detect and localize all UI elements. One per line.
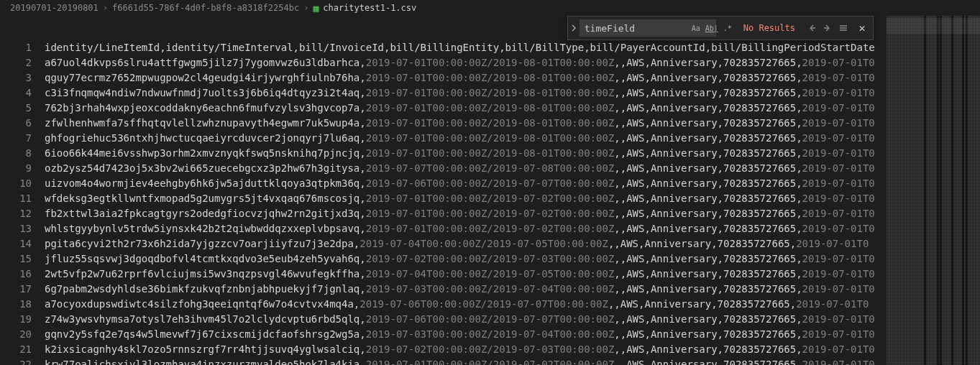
csv-data-row: 6ioo66k44mei6vsshwp3orhm2xmvznyqkfswq5ns…	[45, 146, 980, 161]
close-icon: ✕	[858, 22, 865, 34]
line-number: 18	[0, 297, 45, 312]
editor-area[interactable]: 12345678910111213141516171819202122 iden…	[0, 16, 980, 365]
minimap[interactable]	[887, 16, 980, 365]
find-replace-toggle[interactable]	[568, 17, 580, 40]
csv-data-row: k2ixsicagnhy4skl7ozo5rnnszrgf7rr4htjjsuv…	[45, 342, 980, 357]
line-number: 7	[0, 131, 45, 146]
find-options: Aa Ab| .*	[689, 21, 738, 35]
csv-data-row: krw77oalichsxivl3lozmhava4inzxzurzmvalde…	[45, 357, 980, 365]
line-number: 4	[0, 86, 45, 101]
line-number: 2	[0, 55, 45, 70]
breadcrumb-seg-folder2[interactable]: f6661d55-786f-4d0f-b8f8-a8318f2254bc	[112, 3, 299, 13]
chevron-right-icon: ›	[303, 3, 308, 13]
line-number: 1	[0, 40, 45, 55]
minimap-col-marker	[951, 16, 953, 365]
minimap-viewport[interactable]	[887, 18, 980, 34]
breadcrumb[interactable]: 20190701-20190801 › f6661d55-786f-4d0f-b…	[0, 0, 980, 16]
find-nav	[801, 20, 854, 36]
csv-data-row: jfluz55sqsvwj3dgoqdbofvl4tcmtkxqdvo3e5eu…	[45, 251, 980, 267]
line-number: 3	[0, 70, 45, 86]
line-number: 14	[0, 236, 45, 251]
csv-data-row: 2wt5vfp2w7u62rprf6vlciujmsi5wv3nqzpsvgl4…	[45, 267, 980, 282]
breadcrumb-seg-file[interactable]: charitytest1-1.csv	[323, 3, 416, 13]
csv-header-row: identity/LineItemId,identity/TimeInterva…	[45, 40, 980, 55]
minimap-col-marker	[966, 16, 968, 365]
find-next-button[interactable]	[820, 20, 835, 36]
csv-data-row: ozb2ysz54d7423oj5x3bv2wi665zuecebgcxz3p2…	[45, 161, 980, 176]
line-number: 8	[0, 146, 45, 161]
minimap-col-marker	[962, 16, 964, 365]
minimap-col-marker	[940, 16, 942, 365]
breadcrumb-seg-folder1[interactable]: 20190701-20190801	[10, 3, 99, 13]
regex-toggle[interactable]: .*	[720, 21, 735, 35]
csv-data-row: qguy77ecrmz7652mpwugpow2cl4geudgi4irjywr…	[45, 70, 980, 86]
line-number-gutter: 12345678910111213141516171819202122	[0, 16, 45, 365]
csv-file-icon: ▦	[313, 3, 319, 14]
find-prev-button[interactable]	[804, 20, 820, 36]
code-content[interactable]: identity/LineItemId,identity/TimeInterva…	[45, 16, 980, 365]
csv-data-row: zfwlhenhwmfa7sffhqtqvlellzwhznupavyth4eg…	[45, 116, 980, 131]
csv-data-row: uizvom4o4wormjiev4eehgby6hk6jw5ajduttklq…	[45, 176, 980, 191]
match-whole-word-toggle[interactable]: Ab|	[705, 21, 719, 35]
line-number: 13	[0, 221, 45, 236]
csv-data-row: whlstgyybynlv5trdw5iynsxk42b2t2qiwbwddqz…	[45, 221, 980, 236]
csv-data-row: fb2xttwl3aia2fpkcagtgyrs2odedgfiocvzjqhw…	[45, 206, 980, 221]
chevron-right-icon	[570, 24, 577, 32]
csv-data-row: wfdeksg3egtkllwntfxmopad5g2umygrs5jt4vxq…	[45, 191, 980, 206]
match-case-toggle[interactable]: Aa	[689, 21, 703, 35]
find-results-count: No Results	[738, 23, 801, 33]
line-number: 15	[0, 251, 45, 267]
csv-data-row: c3i3fnqmqw4ndiw7ndwuwfnmdj7uolts3j6b6iq4…	[45, 86, 980, 101]
line-number: 19	[0, 312, 45, 327]
line-number: 11	[0, 191, 45, 206]
csv-data-row: ghfogriehuc536ntxhjhwctucqaeiyrcduvcer2j…	[45, 131, 980, 146]
line-number: 6	[0, 116, 45, 131]
line-number: 22	[0, 357, 45, 365]
csv-data-row: a7ocyoxdupswdiwtc4silzfohg3qeeiqntqf6w7o…	[45, 297, 980, 312]
csv-data-row: 762bj3rhah4wxpjeoxcoddakny6eachn6fmufvzy…	[45, 101, 980, 116]
line-number: 5	[0, 101, 45, 116]
line-number: 12	[0, 206, 45, 221]
csv-data-row: gqnv2y5sfq2e7qs4w5lmevwf7j67cixscmijdcfa…	[45, 327, 980, 342]
line-number: 9	[0, 161, 45, 176]
find-in-selection-button[interactable]	[835, 20, 851, 36]
line-number: 10	[0, 176, 45, 191]
minimap-col-marker	[937, 16, 939, 365]
line-number: 17	[0, 282, 45, 297]
csv-data-row: pgita6cyvi2th2r73x6h2ida7yjgzzcv7oarjiiy…	[45, 236, 980, 251]
arrow-right-icon	[823, 23, 833, 33]
csv-data-row: 6g7pabm2wsdyhldse36bimkfzukvqfznbnjabhpu…	[45, 282, 980, 297]
arrow-left-icon	[807, 23, 817, 33]
chevron-right-icon: ›	[103, 3, 108, 13]
find-close-button[interactable]: ✕	[854, 20, 870, 36]
line-number: 21	[0, 342, 45, 357]
minimap-col-marker	[924, 16, 926, 365]
csv-data-row: a67uol4dkvps6slru4attfgwgm5jilz7j7ygomvw…	[45, 55, 980, 70]
find-widget: Aa Ab| .* No Results ✕	[567, 16, 874, 40]
line-number: 20	[0, 327, 45, 342]
line-number: 16	[0, 267, 45, 282]
csv-data-row: z74w3ywsvhymsa7otysl7eh3ihvm45l7o2lclydc…	[45, 312, 980, 327]
selection-icon	[838, 23, 848, 33]
